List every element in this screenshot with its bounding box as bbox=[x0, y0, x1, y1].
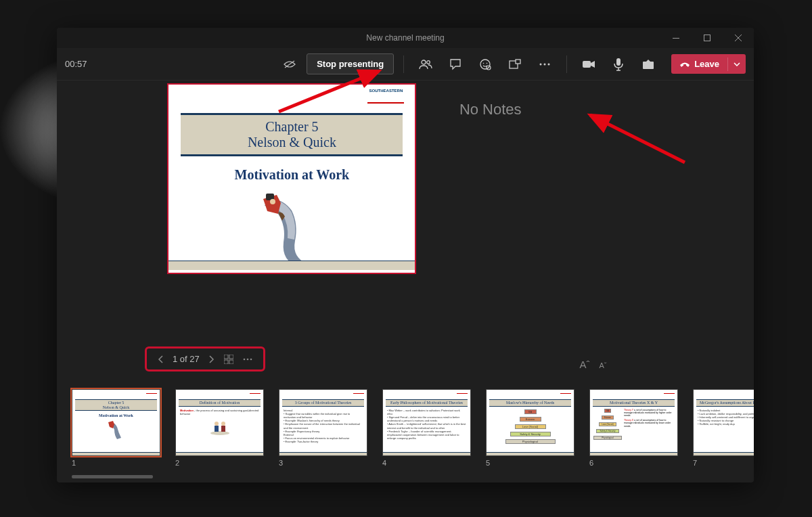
svg-rect-21 bbox=[224, 360, 228, 364]
presenter-content: SOUTHEASTERN Chapter 5 Nelson & Quick Mo… bbox=[57, 81, 754, 380]
stop-presenting-button[interactable]: Stop presenting bbox=[307, 53, 394, 74]
thumbnail-7[interactable]: McGregor's Assumptions About People Base… bbox=[693, 389, 754, 467]
thumbnail-number: 7 bbox=[693, 459, 754, 467]
svg-point-27 bbox=[215, 422, 219, 426]
thumbnail-strip: Chapter 5Nelson & QuickMotivation at Wor… bbox=[57, 380, 754, 482]
slide-footer bbox=[168, 261, 415, 270]
svg-point-13 bbox=[548, 63, 550, 65]
leave-button[interactable]: Leave bbox=[671, 54, 727, 74]
chapter-label: Chapter 5 bbox=[185, 119, 399, 135]
titlebar: New channel meeting bbox=[57, 28, 754, 48]
svg-rect-29 bbox=[215, 426, 219, 432]
svg-point-28 bbox=[221, 422, 225, 426]
svg-point-24 bbox=[246, 358, 248, 360]
participants-icon[interactable] bbox=[413, 52, 438, 76]
svg-rect-0 bbox=[673, 38, 679, 39]
svg-point-23 bbox=[243, 358, 245, 360]
svg-rect-15 bbox=[616, 58, 621, 66]
current-slide[interactable]: SOUTHEASTERN Chapter 5 Nelson & Quick Mo… bbox=[167, 83, 416, 274]
meeting-window: New channel meeting 00:57 Stop presentin… bbox=[57, 28, 754, 482]
close-button[interactable] bbox=[723, 28, 754, 48]
chevron-down-icon bbox=[734, 62, 740, 66]
private-view-icon[interactable] bbox=[278, 53, 301, 76]
separator bbox=[566, 55, 567, 73]
notes-panel: No Notes Aˆ Aˇ bbox=[432, 81, 754, 380]
svg-point-4 bbox=[427, 60, 430, 64]
svg-rect-30 bbox=[221, 426, 225, 432]
camera-icon[interactable] bbox=[577, 52, 601, 76]
minimize-button[interactable] bbox=[660, 28, 692, 48]
brand-logo: SOUTHEASTERN bbox=[367, 89, 404, 104]
grid-view-icon[interactable] bbox=[224, 355, 233, 364]
thumbnail-6[interactable]: Motivational Theories X & YSAEsteemLove … bbox=[589, 389, 678, 467]
separator bbox=[403, 55, 404, 73]
svg-rect-20 bbox=[229, 355, 233, 359]
svg-point-6 bbox=[483, 62, 484, 64]
maximize-button[interactable] bbox=[692, 28, 723, 48]
slide-illustration bbox=[258, 194, 325, 267]
thumbnail-number: 1 bbox=[72, 459, 160, 467]
next-slide-button[interactable] bbox=[209, 355, 215, 363]
slide-counter: 1 of 27 bbox=[173, 354, 200, 364]
thumbnail-number: 2 bbox=[175, 459, 264, 467]
slide-title: Motivation at Work bbox=[168, 167, 415, 183]
svg-rect-22 bbox=[229, 360, 233, 364]
svg-rect-14 bbox=[583, 61, 591, 68]
slide-more-icon[interactable] bbox=[243, 358, 252, 361]
thumbnail-1[interactable]: Chapter 5Nelson & QuickMotivation at Wor… bbox=[72, 389, 160, 467]
thumbnail-5[interactable]: Maslow's Hierarchy of NeedsSAEsteemLove … bbox=[486, 389, 574, 467]
thumbnail-2[interactable]: Definition of MotivationMotivation - the… bbox=[175, 389, 264, 467]
svg-point-5 bbox=[480, 60, 490, 69]
no-notes-label: No Notes bbox=[459, 101, 727, 118]
thumbnail-scrollbar[interactable] bbox=[72, 475, 153, 478]
thumbnail-3[interactable]: 3 Groups of Motivational TheoriesInterna… bbox=[279, 389, 367, 467]
svg-point-12 bbox=[544, 63, 546, 65]
svg-point-11 bbox=[540, 63, 542, 65]
reactions-icon[interactable] bbox=[473, 52, 497, 76]
authors-label: Nelson & Quick bbox=[185, 135, 399, 150]
svg-point-3 bbox=[422, 60, 426, 64]
font-size-controls: Aˆ Aˇ bbox=[579, 359, 606, 370]
font-decrease-button[interactable]: Aˇ bbox=[599, 361, 606, 369]
svg-rect-16 bbox=[643, 62, 654, 69]
chat-icon[interactable] bbox=[443, 52, 468, 76]
svg-point-18 bbox=[270, 199, 275, 204]
leave-button-group: Leave bbox=[671, 54, 746, 74]
meeting-toolbar: 00:57 Stop presenting bbox=[57, 48, 754, 81]
rooms-icon[interactable] bbox=[503, 52, 527, 76]
share-icon[interactable] bbox=[636, 52, 660, 76]
thumbnail-number: 5 bbox=[486, 459, 574, 467]
thumbnail-4[interactable]: Early Philosophers of Motivational Theor… bbox=[382, 389, 471, 467]
thumbnail-number: 3 bbox=[279, 459, 367, 467]
thumbnail-number: 6 bbox=[589, 459, 678, 467]
svg-rect-1 bbox=[704, 35, 710, 41]
window-controls bbox=[660, 28, 754, 48]
svg-point-26 bbox=[210, 431, 229, 435]
svg-point-25 bbox=[250, 358, 252, 360]
meeting-timer: 00:57 bbox=[65, 59, 87, 69]
thumbnail-number: 4 bbox=[382, 459, 471, 467]
more-actions-icon[interactable] bbox=[533, 52, 557, 76]
slide-nav-controls: 1 of 27 bbox=[145, 346, 265, 372]
font-increase-button[interactable]: Aˆ bbox=[579, 359, 589, 370]
hangup-icon bbox=[679, 60, 690, 68]
mic-icon[interactable] bbox=[606, 52, 631, 76]
svg-rect-10 bbox=[516, 60, 520, 64]
svg-rect-19 bbox=[224, 355, 228, 359]
current-slide-area: SOUTHEASTERN Chapter 5 Nelson & Quick Mo… bbox=[57, 81, 432, 380]
prev-slide-button[interactable] bbox=[158, 355, 163, 363]
leave-dropdown[interactable] bbox=[727, 58, 746, 71]
leave-label: Leave bbox=[694, 59, 719, 69]
window-title: New channel meeting bbox=[366, 33, 444, 43]
svg-point-7 bbox=[487, 62, 488, 64]
